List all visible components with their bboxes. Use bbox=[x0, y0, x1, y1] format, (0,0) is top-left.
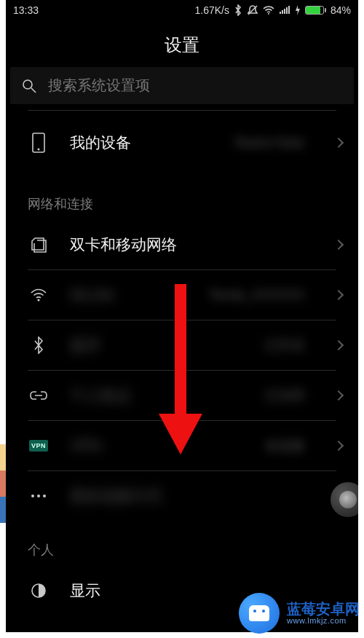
svg-point-11 bbox=[37, 299, 39, 301]
link-icon bbox=[28, 390, 50, 401]
watermark-text-en: www.lmkjz.com bbox=[287, 617, 360, 626]
edge-color-sliver bbox=[0, 444, 6, 523]
search-icon bbox=[22, 79, 36, 93]
phone-screen: 13:33 1.67K/s bbox=[6, 0, 358, 632]
chevron-right-icon bbox=[333, 390, 344, 401]
status-bar: 13:33 1.67K/s bbox=[6, 0, 358, 20]
svg-point-1 bbox=[268, 13, 269, 15]
row-vpn[interactable]: VPN VPN 未连接 bbox=[6, 421, 358, 470]
signal-icon bbox=[279, 6, 290, 15]
chevron-right-icon bbox=[333, 290, 344, 300]
wifi-icon bbox=[263, 6, 274, 15]
row-value: Tenda_XXXXXX bbox=[209, 288, 304, 303]
row-label: 蓝牙 bbox=[70, 335, 100, 355]
charging-icon bbox=[295, 5, 301, 15]
vpn-icon: VPN bbox=[28, 440, 50, 452]
status-battery-pct: 84% bbox=[331, 4, 351, 16]
svg-point-13 bbox=[37, 495, 40, 497]
row-label: 显示 bbox=[70, 580, 100, 601]
row-label: WLAN bbox=[70, 286, 114, 304]
svg-rect-3 bbox=[282, 10, 283, 14]
contrast-icon bbox=[28, 583, 50, 599]
bluetooth-icon bbox=[28, 336, 50, 354]
search-bar[interactable] bbox=[10, 67, 354, 104]
svg-line-8 bbox=[31, 88, 36, 92]
chevron-right-icon bbox=[333, 340, 344, 350]
dnd-icon bbox=[247, 4, 258, 16]
svg-rect-6 bbox=[288, 6, 290, 14]
row-label: 更多连接方式 bbox=[70, 486, 162, 506]
page-title: 设置 bbox=[6, 20, 358, 67]
phone-icon bbox=[28, 133, 50, 153]
row-bluetooth[interactable]: 蓝牙 已开启 bbox=[6, 320, 358, 370]
row-more-connections[interactable]: 更多连接方式 bbox=[6, 471, 358, 521]
section-personal: 个人 bbox=[6, 521, 358, 566]
svg-point-10 bbox=[38, 149, 40, 151]
more-icon bbox=[28, 493, 50, 499]
watermark-logo: 蓝莓安卓网 www.lmkjz.com bbox=[239, 593, 360, 634]
bluetooth-icon bbox=[234, 4, 242, 16]
status-net-speed: 1.67K/s bbox=[194, 4, 229, 16]
row-hotspot[interactable]: 个人热点 已关闭 bbox=[6, 371, 358, 420]
search-input[interactable] bbox=[48, 77, 342, 94]
sim-icon bbox=[28, 237, 50, 253]
row-my-device[interactable]: 我的设备 Redmi Note bbox=[6, 111, 358, 175]
row-value: 已关闭 bbox=[265, 387, 304, 404]
row-value: 未连接 bbox=[265, 437, 304, 454]
chevron-right-icon bbox=[333, 441, 344, 451]
settings-list: 我的设备 Redmi Note 网络和连接 双卡和移动网络 bbox=[6, 104, 358, 615]
row-value: Redmi Note bbox=[235, 135, 304, 151]
status-time: 13:33 bbox=[13, 4, 39, 16]
row-value: 已开启 bbox=[265, 336, 304, 354]
svg-point-12 bbox=[31, 495, 34, 497]
row-sim[interactable]: 双卡和移动网络 bbox=[6, 220, 358, 269]
svg-rect-4 bbox=[284, 9, 285, 14]
wifi-icon bbox=[28, 288, 50, 302]
battery-icon bbox=[305, 6, 326, 15]
section-network: 网络和连接 bbox=[6, 175, 358, 220]
row-label: 我的设备 bbox=[70, 133, 131, 153]
chevron-right-icon bbox=[333, 138, 344, 148]
row-label: 个人热点 bbox=[70, 385, 131, 406]
watermark-text-cn: 蓝莓安卓网 bbox=[287, 602, 360, 617]
svg-point-14 bbox=[43, 495, 46, 497]
svg-rect-5 bbox=[286, 7, 288, 14]
svg-point-7 bbox=[23, 80, 32, 89]
row-wlan[interactable]: WLAN Tenda_XXXXXX bbox=[6, 270, 358, 320]
row-label: 双卡和移动网络 bbox=[70, 235, 177, 255]
svg-rect-2 bbox=[280, 12, 281, 14]
row-label: VPN bbox=[70, 437, 101, 454]
chevron-right-icon bbox=[333, 240, 344, 250]
